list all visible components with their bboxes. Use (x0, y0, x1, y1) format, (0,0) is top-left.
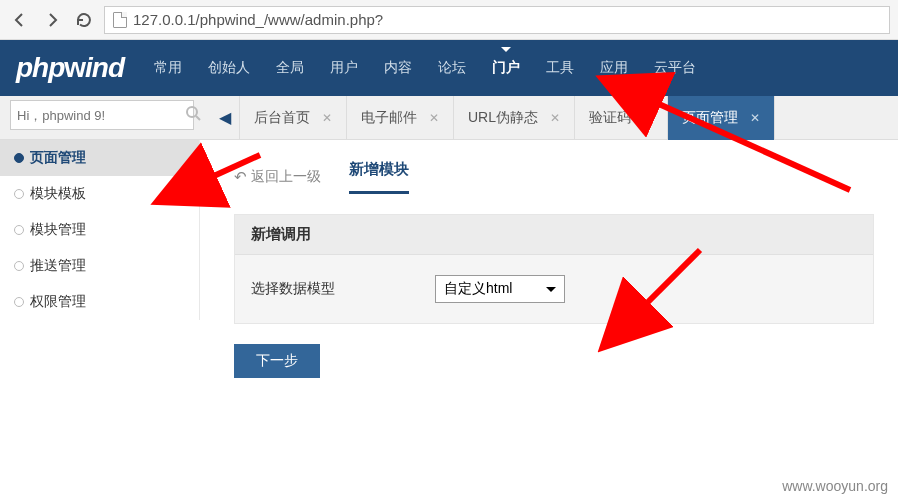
sidebar-item-4[interactable]: 权限管理 (0, 284, 199, 320)
tab-2[interactable]: URL伪静态✕ (454, 96, 575, 140)
topnav-item-0[interactable]: 常用 (144, 41, 192, 95)
close-icon[interactable]: ✕ (750, 111, 760, 125)
select-value: 自定义html (444, 280, 512, 298)
breadcrumb: ↶返回上一级 新增模块 (234, 160, 874, 194)
sidebar-item-0[interactable]: 页面管理 (0, 140, 199, 176)
url-text: 127.0.0.1/phpwind_/www/admin.php? (133, 11, 383, 28)
tab-0[interactable]: 后台首页✕ (240, 96, 347, 140)
svg-point-0 (187, 107, 197, 117)
topnav-item-9[interactable]: 云平台 (644, 41, 706, 95)
sidebar-item-1[interactable]: 模块模板 (0, 176, 199, 212)
sidebar: 页面管理 模块模板 模块管理 推送管理 权限管理 (0, 140, 200, 320)
chevron-down-icon (546, 287, 556, 297)
page-icon (113, 12, 127, 28)
tab-scroll-left-icon[interactable]: ◀ (210, 96, 240, 140)
close-icon[interactable]: ✕ (550, 111, 560, 125)
logo: phpwind (16, 52, 124, 84)
form-panel: 新增调用 选择数据模型 自定义html (234, 214, 874, 324)
url-bar[interactable]: 127.0.0.1/phpwind_/www/admin.php? (104, 6, 890, 34)
svg-line-1 (196, 116, 200, 120)
back-icon[interactable] (8, 8, 32, 32)
panel-header: 新增调用 (235, 215, 873, 255)
field-label: 选择数据模型 (251, 280, 335, 298)
close-icon[interactable]: ✕ (322, 111, 332, 125)
undo-icon: ↶ (234, 168, 247, 186)
watermark: www.wooyun.org (782, 478, 888, 494)
browser-toolbar: 127.0.0.1/phpwind_/www/admin.php? (0, 0, 898, 40)
data-model-select[interactable]: 自定义html (435, 275, 565, 303)
next-button[interactable]: 下一步 (234, 344, 320, 378)
search-box[interactable] (10, 100, 194, 130)
topnav-item-4[interactable]: 内容 (374, 41, 422, 95)
sidebar-item-3[interactable]: 推送管理 (0, 248, 199, 284)
reload-icon[interactable] (72, 8, 96, 32)
close-icon[interactable]: ✕ (429, 111, 439, 125)
topnav-item-2[interactable]: 全局 (266, 41, 314, 95)
tab-3[interactable]: 验证码✕ (575, 96, 668, 140)
back-link[interactable]: ↶返回上一级 (234, 168, 321, 186)
topnav-item-5[interactable]: 论坛 (428, 41, 476, 95)
topnav-item-6[interactable]: 门户 (482, 41, 530, 95)
search-icon[interactable] (185, 105, 201, 125)
topnav-item-1[interactable]: 创始人 (198, 41, 260, 95)
tab-4[interactable]: 页面管理✕ (668, 96, 775, 140)
panel-body: 选择数据模型 自定义html (235, 255, 873, 323)
main-content: ↶返回上一级 新增模块 新增调用 选择数据模型 自定义html 下一步 (210, 140, 898, 500)
top-nav: phpwind 常用 创始人 全局 用户 内容 论坛 门户 工具 应用 云平台 (0, 40, 898, 96)
sidebar-item-2[interactable]: 模块管理 (0, 212, 199, 248)
tab-1[interactable]: 电子邮件✕ (347, 96, 454, 140)
close-icon[interactable]: ✕ (643, 111, 653, 125)
topnav-item-7[interactable]: 工具 (536, 41, 584, 95)
page-title: 新增模块 (349, 160, 409, 194)
search-input[interactable] (17, 108, 185, 123)
topnav-item-8[interactable]: 应用 (590, 41, 638, 95)
forward-icon[interactable] (40, 8, 64, 32)
topnav-item-3[interactable]: 用户 (320, 41, 368, 95)
